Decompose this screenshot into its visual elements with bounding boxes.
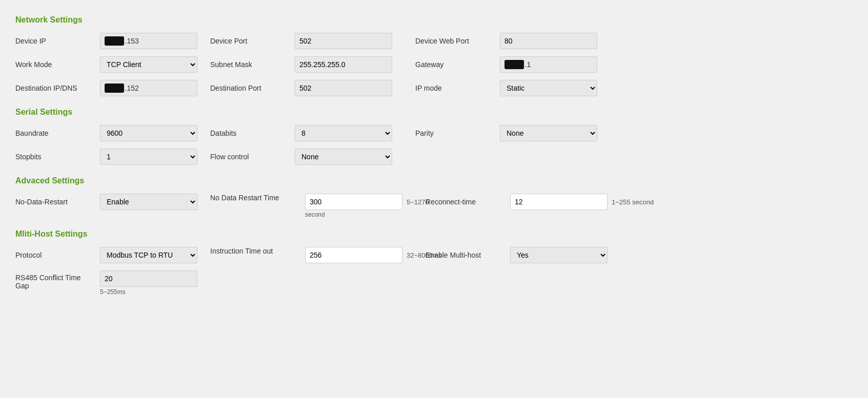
databits-select[interactable]: 5 6 7 8 — [295, 125, 392, 141]
flow-control-select-wrap: None RTS/CTS XON/XOFF — [295, 149, 392, 165]
databits-label: Databits — [210, 129, 290, 137]
baundrate-label: Baundrate — [15, 129, 95, 137]
gateway-redacted: ███ — [504, 60, 524, 69]
advanced-row-1: No-Data-Restart Enable Disable No Data R… — [15, 194, 853, 218]
work-mode-label: Work Mode — [15, 60, 95, 69]
rs485-conflict-hint: 5~255ms — [100, 288, 197, 296]
reconnect-time-group: Reconnect-time 1~255 second — [426, 194, 654, 210]
device-ip-label: Device IP — [15, 37, 95, 45]
baundrate-select[interactable]: 9600 19200 38400 57600 115200 — [100, 125, 197, 141]
dest-ip-display[interactable]: ███ .152 — [100, 80, 197, 96]
databits-select-wrap: 5 6 7 8 — [295, 125, 392, 141]
advanced-settings-title: Advaced Settings — [15, 176, 853, 185]
device-port-label: Device Port — [210, 37, 290, 45]
ip-mode-group: IP mode Static DHCP — [415, 80, 597, 96]
ip-mode-select-wrap: Static DHCP — [500, 80, 597, 96]
serial-row-1: Baundrate 9600 19200 38400 57600 115200 … — [15, 125, 853, 141]
databits-group: Databits 5 6 7 8 — [210, 125, 415, 141]
instruction-timeout-input[interactable] — [305, 247, 402, 263]
rs485-conflict-label: RS485 Conflict Time Gap — [15, 270, 95, 290]
subnet-mask-input[interactable] — [295, 56, 392, 73]
device-ip-input-wrap: ███ .153 — [100, 33, 197, 49]
mliti-host-settings-section: Mliti-Host Settings Protocol Modbus TCP … — [15, 229, 853, 296]
device-ip-display[interactable]: ███ .153 — [100, 33, 197, 49]
device-web-port-group: Device Web Port — [415, 33, 597, 49]
rs485-conflict-group: RS485 Conflict Time Gap 5~255ms — [15, 270, 197, 296]
instruction-timeout-group: Instruction Time out 32~8000ms — [210, 247, 426, 263]
network-settings-section: Network Settings Device IP ███ .153 Devi… — [15, 15, 853, 96]
stopbits-group: Stopbits 1 2 — [15, 149, 210, 165]
no-data-restart-time-label: No Data Restart Time — [210, 194, 300, 202]
device-web-port-label: Device Web Port — [415, 37, 495, 45]
no-data-restart-time-group: No Data Restart Time 5~1270 second — [210, 194, 426, 218]
protocol-label: Protocol — [15, 251, 95, 259]
no-data-restart-select-wrap: Enable Disable — [100, 194, 197, 210]
protocol-group: Protocol Modbus TCP to RTU Raw Data Modb… — [15, 247, 210, 263]
dest-port-group: Destination Port — [210, 80, 415, 96]
enable-multihost-select-wrap: Yes No — [510, 247, 608, 263]
mliti-row-2: RS485 Conflict Time Gap 5~255ms — [15, 270, 853, 296]
mliti-host-settings-title: Mliti-Host Settings — [15, 229, 853, 239]
instruction-timeout-label: Instruction Time out — [210, 247, 300, 255]
dest-ip-group: Destination IP/DNS ███ .152 — [15, 80, 210, 96]
work-mode-group: Work Mode TCP Client UDP TCP Server — [15, 56, 210, 73]
network-row-3: Destination IP/DNS ███ .152 Destination … — [15, 80, 853, 96]
no-data-restart-label: No-Data-Restart — [15, 198, 95, 206]
flow-control-select[interactable]: None RTS/CTS XON/XOFF — [295, 149, 392, 165]
no-data-restart-time-hint: second — [305, 211, 429, 218]
device-web-port-input[interactable] — [500, 33, 597, 49]
parity-group: Parity None Odd Even — [415, 125, 597, 141]
device-ip-redacted: ███ — [105, 36, 124, 46]
reconnect-time-label: Reconnect-time — [426, 198, 505, 206]
enable-multihost-select[interactable]: Yes No — [510, 247, 608, 263]
gateway-group: Gateway ███ .1 — [415, 56, 597, 73]
ip-mode-select[interactable]: Static DHCP — [500, 80, 597, 96]
work-mode-select[interactable]: TCP Client UDP TCP Server — [100, 56, 197, 73]
no-data-restart-select[interactable]: Enable Disable — [100, 194, 197, 210]
dest-ip-input-wrap: ███ .152 — [100, 80, 197, 96]
device-port-group: Device Port — [210, 33, 415, 49]
serial-settings-title: Serial Settings — [15, 108, 853, 117]
advanced-settings-section: Advaced Settings No-Data-Restart Enable … — [15, 176, 853, 218]
gateway-input-wrap: ███ .1 — [500, 56, 597, 73]
rs485-conflict-input[interactable] — [100, 270, 197, 287]
stopbits-label: Stopbits — [15, 153, 95, 161]
reconnect-time-input[interactable] — [510, 194, 608, 210]
dest-ip-label: Destination IP/DNS — [15, 84, 95, 92]
no-data-restart-group: No-Data-Restart Enable Disable — [15, 194, 210, 210]
device-ip-group: Device IP ███ .153 — [15, 33, 210, 49]
enable-multihost-label: Enable Multi-host — [426, 251, 505, 259]
network-row-1: Device IP ███ .153 Device Port Device We… — [15, 33, 853, 49]
protocol-select[interactable]: Modbus TCP to RTU Raw Data Modbus ASCII — [100, 247, 197, 263]
dest-port-input[interactable] — [295, 80, 392, 96]
gateway-label: Gateway — [415, 60, 495, 69]
network-row-2: Work Mode TCP Client UDP TCP Server Subn… — [15, 56, 853, 73]
no-data-restart-time-input[interactable] — [305, 194, 402, 210]
parity-label: Parity — [415, 129, 495, 137]
device-ip-suffix: .153 — [125, 37, 139, 45]
network-settings-title: Network Settings — [15, 15, 853, 25]
parity-select-wrap: None Odd Even — [500, 125, 597, 141]
gateway-suffix: .1 — [525, 60, 531, 69]
mliti-row-1: Protocol Modbus TCP to RTU Raw Data Modb… — [15, 247, 853, 263]
flow-control-group: Flow control None RTS/CTS XON/XOFF — [210, 149, 415, 165]
flow-control-label: Flow control — [210, 153, 290, 161]
subnet-mask-group: Subnet Mask — [210, 56, 415, 73]
work-mode-select-wrap: TCP Client UDP TCP Server — [100, 56, 197, 73]
device-web-port-input-wrap — [500, 33, 597, 49]
subnet-mask-input-wrap — [295, 56, 392, 73]
gateway-display[interactable]: ███ .1 — [500, 56, 597, 73]
ip-mode-label: IP mode — [415, 84, 495, 92]
subnet-mask-label: Subnet Mask — [210, 60, 290, 69]
enable-multihost-group: Enable Multi-host Yes No — [426, 247, 608, 263]
baundrate-select-wrap: 9600 19200 38400 57600 115200 — [100, 125, 197, 141]
device-port-input[interactable] — [295, 33, 392, 49]
parity-select[interactable]: None Odd Even — [500, 125, 597, 141]
baundrate-group: Baundrate 9600 19200 38400 57600 115200 — [15, 125, 210, 141]
protocol-select-wrap: Modbus TCP to RTU Raw Data Modbus ASCII — [100, 247, 197, 263]
reconnect-time-range: 1~255 second — [612, 198, 654, 206]
device-port-input-wrap — [295, 33, 392, 49]
stopbits-select[interactable]: 1 2 — [100, 149, 197, 165]
dest-port-label: Destination Port — [210, 84, 290, 92]
serial-row-2: Stopbits 1 2 Flow control None RTS/CTS X… — [15, 149, 853, 165]
